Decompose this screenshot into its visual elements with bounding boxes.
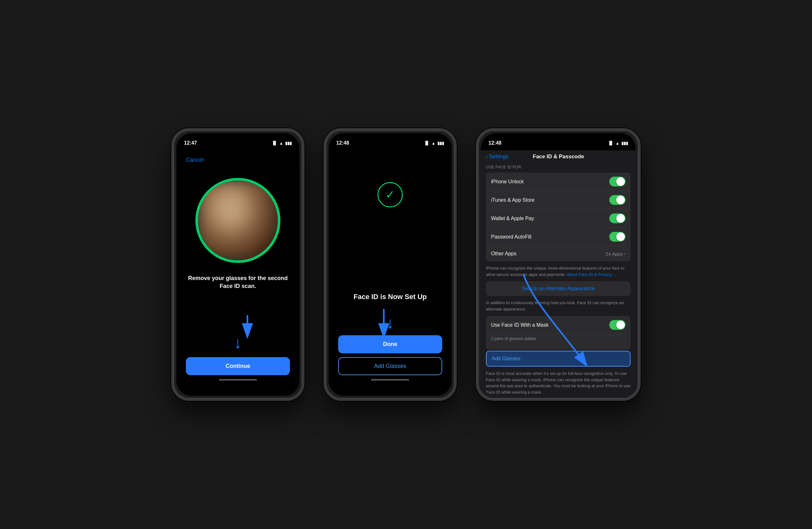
iphone-unlock-toggle[interactable] <box>609 177 625 187</box>
down-arrow-1: ↓ <box>234 335 242 351</box>
alternate-appearance-row[interactable]: Set Up an Alternate Appearance <box>486 281 630 296</box>
alternate-appearance-description: In addition to continuously learning how… <box>481 297 636 314</box>
wifi-icon-2: ▲ <box>431 141 435 146</box>
battery-icon-3: ▮▮▮ <box>621 141 628 146</box>
time-1: 12:47 <box>184 140 197 146</box>
continue-button[interactable]: Continue <box>186 357 290 375</box>
wallet-applepay-row[interactable]: Wallet & Apple Pay <box>486 209 630 228</box>
nav-bar: ‹ Settings Face ID & Passcode <box>481 150 636 162</box>
status-icons-3: ▐▌ ▲ ▮▮▮ <box>608 141 628 146</box>
face-id-description: iPhone can recognize the unique, three-d… <box>481 263 636 280</box>
dynamic-island-3 <box>541 138 576 147</box>
checkmark-icon: ✓ <box>386 189 395 201</box>
password-autofill-label: Password AutoFill <box>491 234 609 240</box>
status-icons-1: ▐▌ ▲ ▮▮▮ <box>272 141 292 146</box>
status-icons-2: ▐▌ ▲ ▮▮▮ <box>424 141 444 146</box>
wallet-applepay-label: Wallet & Apple Pay <box>491 216 609 221</box>
battery-icon-2: ▮▮▮ <box>437 141 444 146</box>
checkmark-circle: ✓ <box>377 182 403 207</box>
home-indicator-1 <box>219 379 257 381</box>
instruction-text: Remove your glasses for the second Face … <box>186 274 290 290</box>
back-button[interactable]: ‹ Settings <box>486 153 508 160</box>
itunes-appstore-toggle[interactable] <box>609 195 625 205</box>
time-2: 12:48 <box>336 140 349 146</box>
itunes-appstore-row[interactable]: iTunes & App Store <box>486 191 630 209</box>
other-apps-count: 24 Apps <box>606 251 623 256</box>
down-arrow-2: ↓ <box>386 314 394 332</box>
alternate-appearance-label: Set Up an Alternate Appearance <box>522 286 595 291</box>
other-apps-label: Other Apps <box>491 251 606 256</box>
dynamic-island-1 <box>220 138 255 147</box>
face-circle-container <box>197 179 279 262</box>
iphone-unlock-row[interactable]: iPhone Unlock <box>486 173 630 191</box>
other-apps-row[interactable]: Other Apps 24 Apps › <box>486 246 630 261</box>
use-face-id-group: iPhone Unlock iTunes & App Store Wallet … <box>486 173 630 261</box>
use-face-id-mask-label: Use Face ID With a Mask <box>491 322 609 328</box>
back-label: Settings <box>489 153 508 160</box>
add-glasses-button-2[interactable]: Add Glasses <box>338 357 442 375</box>
battery-icon-1: ▮▮▮ <box>285 141 292 146</box>
about-face-id-link[interactable]: About Face ID & Privacy… <box>566 272 616 277</box>
iphone-unlock-label: iPhone Unlock <box>491 179 609 185</box>
phone3-content: ‹ Settings Face ID & Passcode USE FACE I… <box>481 150 636 396</box>
password-autofill-row[interactable]: Password AutoFill <box>486 228 630 246</box>
add-glasses-label: Add Glasses <box>492 356 521 361</box>
phone-1-inner: 12:47 ▐▌ ▲ ▮▮▮ Cancel Remove <box>176 133 300 396</box>
section-header: USE FACE ID FOR: <box>481 162 636 171</box>
phone2-content: ✓ Face ID is Now Set Up ↓ Done Add Glass… <box>329 150 452 396</box>
phone-3: 12:48 ▐▌ ▲ ▮▮▮ ‹ Settings Face ID & Pass… <box>476 128 641 401</box>
phones-wrapper: 12:47 ▐▌ ▲ ▮▮▮ Cancel Remove <box>171 128 641 401</box>
settings-scroll: USE FACE ID FOR: iPhone Unlock iTunes & … <box>481 162 636 396</box>
password-autofill-toggle[interactable] <box>609 232 625 242</box>
face-guide-ring <box>195 178 280 263</box>
wifi-icon-3: ▲ <box>615 141 620 146</box>
dynamic-island-2 <box>373 138 408 147</box>
cancel-button[interactable]: Cancel <box>186 157 204 163</box>
back-chevron-icon: ‹ <box>486 153 488 160</box>
phone-3-inner: 12:48 ▐▌ ▲ ▮▮▮ ‹ Settings Face ID & Pass… <box>481 133 636 396</box>
use-face-id-mask-row[interactable]: Use Face ID With a Mask <box>486 316 630 334</box>
phone-1: 12:47 ▐▌ ▲ ▮▮▮ Cancel Remove <box>171 128 304 401</box>
nav-title: Face ID & Passcode <box>508 153 608 160</box>
itunes-appstore-label: iTunes & App Store <box>491 197 609 203</box>
glasses-note-row: 2 pairs of glasses added <box>486 334 630 350</box>
mask-description: Face ID is most accurate when it's set u… <box>481 368 636 396</box>
mask-toggle[interactable] <box>609 320 625 330</box>
phone-2: 12:48 ▐▌ ▲ ▮▮▮ ✓ Face ID is Now Set Up ↓… <box>323 128 457 401</box>
other-apps-chevron-icon: › <box>624 251 625 256</box>
time-3: 12:48 <box>489 140 502 146</box>
signal-icon-2: ▐▌ <box>424 141 430 145</box>
add-glasses-highlighted-row[interactable]: Add Glasses <box>486 351 630 367</box>
done-button[interactable]: Done <box>338 335 442 353</box>
signal-icon-1: ▐▌ <box>272 141 277 145</box>
phone1-content: Cancel Remove your glasses for the secon… <box>176 150 300 396</box>
signal-icon-3: ▐▌ <box>608 141 613 145</box>
wallet-applepay-toggle[interactable] <box>609 214 625 223</box>
phone-2-inner: 12:48 ▐▌ ▲ ▮▮▮ ✓ Face ID is Now Set Up ↓… <box>329 133 452 396</box>
mask-group: Use Face ID With a Mask 2 pairs of glass… <box>486 316 630 350</box>
home-indicator-2 <box>371 379 409 381</box>
setup-complete-text: Face ID is Now Set Up <box>353 293 426 301</box>
wifi-icon-1: ▲ <box>279 141 283 146</box>
scene: 12:47 ▐▌ ▲ ▮▮▮ Cancel Remove <box>0 0 812 529</box>
glasses-note: 2 pairs of glasses added <box>491 336 536 341</box>
